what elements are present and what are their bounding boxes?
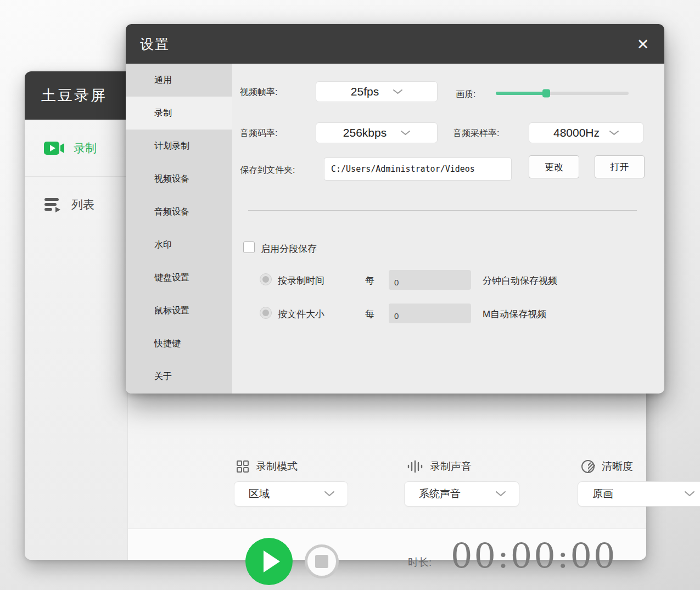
clarity-value: 原画 <box>592 487 613 501</box>
clarity-dropdown[interactable]: 原画 <box>578 481 700 507</box>
audio-bitrate-select[interactable]: 256kbps <box>316 122 438 143</box>
record-mode-header: 录制模式 <box>236 459 298 474</box>
record-sound-value: 系统声音 <box>419 487 461 501</box>
stop-record-button[interactable] <box>305 544 339 578</box>
settings-tabs: 通用 录制 计划录制 视频设备 音频设备 水印 键盘设置 鼠标设置 快捷键 关于 <box>126 64 232 394</box>
tab-general[interactable]: 通用 <box>126 64 232 97</box>
sidebar-item-record[interactable]: 录制 <box>25 120 127 176</box>
quality-slider-fill <box>496 92 546 95</box>
sidebar-item-label: 列表 <box>71 197 94 212</box>
equalizer-icon <box>407 460 423 473</box>
duration-value: 00:00:00 <box>451 536 617 576</box>
duration-label: 时长: <box>408 555 432 570</box>
frame-rate-select[interactable]: 25fps <box>316 81 438 102</box>
app-title: 土豆录屏 <box>41 86 107 105</box>
close-icon[interactable]: ✕ <box>634 35 652 54</box>
play-icon <box>264 550 280 572</box>
quality-slider[interactable] <box>496 92 629 95</box>
by-size-label: 按文件大小 <box>278 308 324 321</box>
sample-rate-value: 48000Hz <box>553 126 600 139</box>
quality-label: 画质: <box>456 89 475 100</box>
sidebar-item-label: 录制 <box>74 141 97 156</box>
record-mode-dropdown[interactable]: 区域 <box>234 481 348 507</box>
chevron-down-icon <box>685 491 695 497</box>
stop-icon <box>315 555 328 568</box>
segment-save-checkbox[interactable] <box>243 241 255 253</box>
save-folder-label: 保存到文件夹: <box>240 165 295 176</box>
section-divider <box>248 210 637 211</box>
tab-keyboard[interactable]: 键盘设置 <box>126 261 232 294</box>
by-size-radio[interactable] <box>260 307 272 319</box>
settings-titlebar: 设置 <box>126 24 664 64</box>
by-time-suffix-label: 分钟自动保存视频 <box>483 274 557 287</box>
by-time-label: 按录制时间 <box>278 274 324 287</box>
contrast-icon <box>581 459 595 474</box>
tab-hotkeys[interactable]: 快捷键 <box>126 327 232 360</box>
tab-record[interactable]: 录制 <box>126 97 232 130</box>
record-sound-dropdown[interactable]: 系统声音 <box>404 481 519 507</box>
sample-rate-select[interactable]: 48000Hz <box>529 122 643 143</box>
by-time-minutes-input[interactable] <box>389 270 471 290</box>
main-sidebar: 录制 列表 <box>25 120 128 560</box>
by-time-every-label: 每 <box>365 274 374 287</box>
sample-rate-label: 音频采样率: <box>453 128 499 139</box>
chevron-down-icon <box>609 131 619 136</box>
record-sound-header: 录制声音 <box>407 459 472 474</box>
clarity-label: 清晰度 <box>602 459 633 474</box>
settings-dialog: 设置 ✕ 通用 录制 计划录制 视频设备 音频设备 水印 键盘设置 鼠标设置 快… <box>126 24 664 394</box>
record-sound-label: 录制声音 <box>430 459 472 474</box>
chevron-down-icon <box>324 491 334 497</box>
tab-mouse[interactable]: 鼠标设置 <box>126 294 232 327</box>
chevron-down-icon <box>401 131 410 136</box>
by-size-every-label: 每 <box>365 308 374 321</box>
frame-rate-value: 25fps <box>351 85 379 98</box>
grid-icon <box>236 460 249 473</box>
segment-save-label: 启用分段保存 <box>261 243 317 255</box>
audio-bitrate-value: 256kbps <box>343 126 387 139</box>
by-size-suffix-label: M自动保存视频 <box>483 308 546 321</box>
change-folder-button[interactable]: 更改 <box>529 155 579 178</box>
open-folder-button[interactable]: 打开 <box>595 155 645 178</box>
clarity-header: 清晰度 <box>581 459 633 474</box>
quality-slider-handle[interactable] <box>542 89 550 98</box>
tab-about[interactable]: 关于 <box>126 360 232 393</box>
list-icon <box>43 196 63 213</box>
tab-audio-device[interactable]: 音频设备 <box>126 195 232 228</box>
by-time-radio[interactable] <box>260 273 272 285</box>
tab-scheduled-record[interactable]: 计划录制 <box>126 130 232 162</box>
record-mode-label: 录制模式 <box>256 459 298 474</box>
save-folder-input[interactable] <box>324 158 512 181</box>
audio-bitrate-label: 音频码率: <box>240 128 277 139</box>
start-record-button[interactable] <box>245 538 293 585</box>
record-mode-value: 区域 <box>249 487 270 501</box>
frame-rate-label: 视频帧率: <box>240 87 277 98</box>
by-size-mb-input[interactable] <box>389 304 471 323</box>
video-camera-icon <box>43 141 65 156</box>
settings-title: 设置 <box>140 35 170 53</box>
tab-watermark[interactable]: 水印 <box>126 228 232 261</box>
sidebar-item-list[interactable]: 列表 <box>25 176 127 233</box>
chevron-down-icon <box>393 89 402 94</box>
tab-video-device[interactable]: 视频设备 <box>126 162 232 195</box>
chevron-down-icon <box>496 491 506 497</box>
